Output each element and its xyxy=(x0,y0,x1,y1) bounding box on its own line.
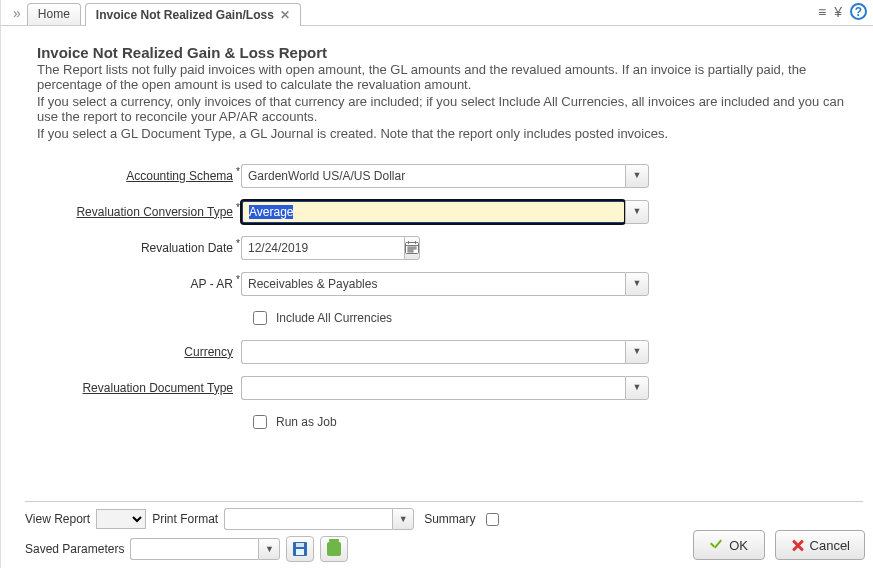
bottom-bar: View Report Print Format ▼ Summary Saved… xyxy=(1,495,873,568)
chevron-down-icon: ▼ xyxy=(399,515,408,524)
calendar-icon xyxy=(405,241,419,254)
select-view-report[interactable] xyxy=(96,509,146,529)
input-ap-ar[interactable] xyxy=(241,272,625,296)
svg-rect-5 xyxy=(411,247,413,249)
label-include-all-currencies: Include All Currencies xyxy=(276,311,392,325)
divider xyxy=(25,501,863,502)
label-revaluation-date: Revaluation Date xyxy=(37,241,241,255)
chevron-down-icon: ▼ xyxy=(633,383,642,392)
parameter-form: Accounting Schema ▼ Revaluation Conversi… xyxy=(37,164,855,432)
cancel-button[interactable]: Cancel xyxy=(775,530,865,560)
input-revaluation-document-type[interactable] xyxy=(241,376,625,400)
row-view-report: View Report Print Format ▼ Summary xyxy=(25,508,863,530)
page-title: Invoice Not Realized Gain & Loss Report xyxy=(37,44,855,61)
chevron-down-icon: ▼ xyxy=(633,279,642,288)
chevron-down-icon: ▼ xyxy=(265,545,274,554)
label-view-report: View Report xyxy=(25,512,90,526)
save-icon xyxy=(293,542,307,556)
action-buttons: OK Cancel xyxy=(693,530,865,560)
app-window: » Home Invoice Not Realized Gain/Loss ✕ … xyxy=(0,0,873,568)
svg-rect-6 xyxy=(414,247,416,249)
combo-revaluation-document-type: ▼ xyxy=(241,376,649,400)
tab-active-label: Invoice Not Realized Gain/Loss xyxy=(96,5,274,26)
dropdown-btn-currency[interactable]: ▼ xyxy=(625,340,649,364)
combo-accounting-schema: ▼ xyxy=(241,164,649,188)
cancel-button-label: Cancel xyxy=(810,538,850,553)
svg-rect-4 xyxy=(408,247,410,249)
delete-parameters-button[interactable] xyxy=(320,536,348,562)
chevron-down-icon: ▼ xyxy=(633,207,642,216)
input-saved-parameters[interactable] xyxy=(130,538,258,560)
help-icon[interactable]: ? xyxy=(850,3,867,20)
label-run-as-job: Run as Job xyxy=(276,415,337,429)
dropdown-btn-saved-parameters[interactable]: ▼ xyxy=(258,538,280,560)
row-run-as-job: Run as Job xyxy=(249,412,855,432)
tabbar-expand-icon[interactable]: » xyxy=(7,5,27,21)
label-currency[interactable]: Currency xyxy=(37,345,241,359)
page-desc-3: If you select a GL Document Type, a GL J… xyxy=(37,127,855,142)
page-desc-1: The Report lists not fully paid invoices… xyxy=(37,63,855,93)
label-print-format: Print Format xyxy=(152,512,218,526)
label-accounting-schema[interactable]: Accounting Schema xyxy=(37,169,241,183)
combo-saved-parameters: ▼ xyxy=(130,538,280,560)
input-print-format[interactable] xyxy=(224,508,392,530)
dropdown-btn-accounting-schema[interactable]: ▼ xyxy=(625,164,649,188)
svg-rect-8 xyxy=(411,250,413,252)
tab-invoice-not-realized[interactable]: Invoice Not Realized Gain/Loss ✕ xyxy=(85,3,301,26)
input-accounting-schema[interactable] xyxy=(241,164,625,188)
label-ap-ar: AP - AR xyxy=(37,277,241,291)
tab-home-label: Home xyxy=(38,4,70,25)
save-parameters-button[interactable] xyxy=(286,536,314,562)
tab-bar: » Home Invoice Not Realized Gain/Loss ✕ … xyxy=(1,0,873,26)
tab-home[interactable]: Home xyxy=(27,3,81,25)
label-summary: Summary xyxy=(424,512,475,526)
chevron-down-icon: ▼ xyxy=(633,347,642,356)
dropdown-btn-revaluation-conversion-type[interactable]: ▼ xyxy=(625,200,649,224)
ok-button-label: OK xyxy=(729,538,748,553)
input-revaluation-conversion-type[interactable] xyxy=(241,200,625,224)
label-revaluation-document-type[interactable]: Revaluation Document Type xyxy=(37,381,241,395)
page-desc-2: If you select a currency, only invoices … xyxy=(37,95,855,125)
combo-currency: ▼ xyxy=(241,340,649,364)
combo-revaluation-conversion-type: ▼ xyxy=(241,200,649,224)
label-revaluation-conversion-type[interactable]: Revaluation Conversion Type xyxy=(37,205,241,219)
label-saved-parameters: Saved Parameters xyxy=(25,542,124,556)
combo-ap-ar: ▼ xyxy=(241,272,649,296)
content-area: Invoice Not Realized Gain & Loss Report … xyxy=(1,26,873,432)
calendar-btn-revaluation-date[interactable] xyxy=(404,236,420,260)
svg-rect-7 xyxy=(408,250,410,252)
tab-close-icon[interactable]: ✕ xyxy=(280,5,290,26)
menu-icon[interactable]: ≡ xyxy=(818,4,826,20)
dropdown-btn-ap-ar[interactable]: ▼ xyxy=(625,272,649,296)
combo-print-format: ▼ xyxy=(224,508,414,530)
cancel-icon xyxy=(790,538,804,552)
chevron-down-icon: ▼ xyxy=(633,171,642,180)
checkbox-summary[interactable] xyxy=(486,513,499,526)
checkbox-run-as-job[interactable] xyxy=(253,415,267,429)
input-currency[interactable] xyxy=(241,340,625,364)
dropdown-btn-print-format[interactable]: ▼ xyxy=(392,508,414,530)
input-revaluation-date[interactable] xyxy=(241,236,404,260)
checkbox-include-all-currencies[interactable] xyxy=(253,311,267,325)
check-icon xyxy=(709,538,723,552)
tabbar-right-controls: ≡ ¥ ? xyxy=(818,3,867,20)
trash-icon xyxy=(327,542,341,556)
dropdown-btn-revaluation-document-type[interactable]: ▼ xyxy=(625,376,649,400)
ok-button[interactable]: OK xyxy=(693,530,765,560)
collapse-icon[interactable]: ¥ xyxy=(834,4,842,20)
date-revaluation-date xyxy=(241,236,361,260)
row-include-all-currencies: Include All Currencies xyxy=(249,308,855,328)
